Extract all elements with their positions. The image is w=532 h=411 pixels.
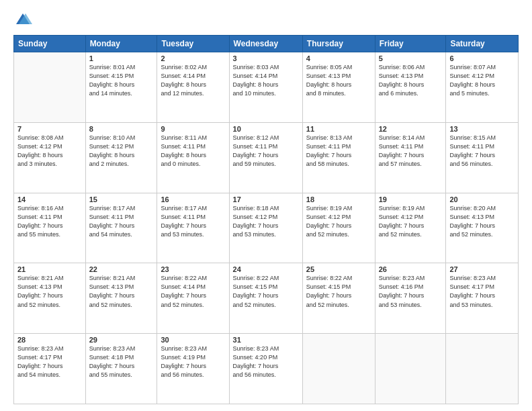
- calendar-cell: 8Sunrise: 8:10 AM Sunset: 4:12 PM Daylig…: [85, 122, 157, 193]
- day-info: Sunrise: 8:08 AM Sunset: 4:12 PM Dayligh…: [17, 134, 82, 169]
- day-info: Sunrise: 8:23 AM Sunset: 4:18 PM Dayligh…: [89, 345, 154, 379]
- calendar-cell: [446, 334, 519, 404]
- day-info: Sunrise: 8:20 AM Sunset: 4:13 PM Dayligh…: [449, 204, 515, 239]
- week-row-2: 7Sunrise: 8:08 AM Sunset: 4:12 PM Daylig…: [14, 122, 519, 193]
- calendar-cell: 29Sunrise: 8:23 AM Sunset: 4:18 PM Dayli…: [85, 334, 157, 404]
- day-number: 6: [449, 54, 515, 62]
- calendar-cell: 19Sunrise: 8:19 AM Sunset: 4:12 PM Dayli…: [375, 193, 446, 263]
- weekday-header-wednesday: Wednesday: [229, 36, 302, 52]
- logo: [13, 11, 35, 30]
- calendar-cell: 17Sunrise: 8:18 AM Sunset: 4:12 PM Dayli…: [229, 193, 302, 263]
- day-info: Sunrise: 8:13 AM Sunset: 4:11 PM Dayligh…: [306, 134, 371, 169]
- day-number: 31: [233, 336, 299, 344]
- calendar-table: SundayMondayTuesdayWednesdayThursdayFrid…: [13, 35, 519, 404]
- weekday-header-row: SundayMondayTuesdayWednesdayThursdayFrid…: [14, 36, 519, 52]
- calendar-cell: 22Sunrise: 8:21 AM Sunset: 4:13 PM Dayli…: [85, 263, 157, 334]
- calendar-cell: 14Sunrise: 8:16 AM Sunset: 4:11 PM Dayli…: [14, 193, 86, 263]
- day-number: 7: [17, 125, 82, 133]
- day-info: Sunrise: 8:12 AM Sunset: 4:11 PM Dayligh…: [233, 134, 299, 169]
- calendar-cell: 18Sunrise: 8:19 AM Sunset: 4:12 PM Dayli…: [302, 193, 375, 263]
- day-info: Sunrise: 8:14 AM Sunset: 4:11 PM Dayligh…: [379, 134, 443, 169]
- day-info: Sunrise: 8:22 AM Sunset: 4:14 PM Dayligh…: [161, 274, 225, 309]
- day-info: Sunrise: 8:23 AM Sunset: 4:20 PM Dayligh…: [233, 345, 299, 379]
- calendar-cell: 24Sunrise: 8:22 AM Sunset: 4:15 PM Dayli…: [229, 263, 302, 334]
- week-row-5: 28Sunrise: 8:23 AM Sunset: 4:17 PM Dayli…: [14, 334, 519, 404]
- day-number: 12: [379, 125, 443, 133]
- weekday-header-saturday: Saturday: [446, 36, 519, 52]
- day-info: Sunrise: 8:23 AM Sunset: 4:17 PM Dayligh…: [17, 345, 82, 379]
- day-number: 25: [306, 265, 371, 273]
- calendar-cell: 13Sunrise: 8:15 AM Sunset: 4:11 PM Dayli…: [446, 122, 519, 193]
- day-number: 5: [379, 54, 443, 62]
- day-info: Sunrise: 8:03 AM Sunset: 4:14 PM Dayligh…: [233, 63, 299, 98]
- calendar-cell: 15Sunrise: 8:17 AM Sunset: 4:11 PM Dayli…: [85, 193, 157, 263]
- day-number: 21: [17, 265, 82, 273]
- calendar-cell: 2Sunrise: 8:02 AM Sunset: 4:14 PM Daylig…: [157, 52, 229, 123]
- calendar-cell: 23Sunrise: 8:22 AM Sunset: 4:14 PM Dayli…: [157, 263, 229, 334]
- calendar-cell: 10Sunrise: 8:12 AM Sunset: 4:11 PM Dayli…: [229, 122, 302, 193]
- day-info: Sunrise: 8:19 AM Sunset: 4:12 PM Dayligh…: [379, 204, 443, 239]
- calendar-cell: 26Sunrise: 8:23 AM Sunset: 4:16 PM Dayli…: [375, 263, 446, 334]
- day-info: Sunrise: 8:10 AM Sunset: 4:12 PM Dayligh…: [89, 134, 154, 169]
- day-number: 13: [449, 125, 515, 133]
- day-number: 23: [161, 265, 225, 273]
- weekday-header-sunday: Sunday: [14, 36, 86, 52]
- day-number: 15: [89, 195, 154, 203]
- day-number: 29: [89, 336, 154, 344]
- day-number: 2: [161, 54, 225, 62]
- day-number: 22: [89, 265, 154, 273]
- week-row-4: 21Sunrise: 8:21 AM Sunset: 4:13 PM Dayli…: [14, 263, 519, 334]
- page: SundayMondayTuesdayWednesdayThursdayFrid…: [0, 0, 532, 411]
- day-number: 30: [161, 336, 225, 344]
- day-number: 24: [233, 265, 299, 273]
- header: [13, 11, 519, 30]
- day-number: 27: [449, 265, 515, 273]
- day-number: 16: [161, 195, 225, 203]
- day-info: Sunrise: 8:02 AM Sunset: 4:14 PM Dayligh…: [161, 63, 225, 98]
- day-info: Sunrise: 8:15 AM Sunset: 4:11 PM Dayligh…: [449, 134, 515, 169]
- calendar-cell: 1Sunrise: 8:01 AM Sunset: 4:15 PM Daylig…: [85, 52, 157, 123]
- day-number: 10: [233, 125, 299, 133]
- day-number: 14: [17, 195, 82, 203]
- logo-icon: [13, 11, 32, 30]
- day-number: 8: [89, 125, 154, 133]
- calendar-cell: 11Sunrise: 8:13 AM Sunset: 4:11 PM Dayli…: [302, 122, 375, 193]
- day-info: Sunrise: 8:01 AM Sunset: 4:15 PM Dayligh…: [89, 63, 154, 98]
- day-number: 19: [379, 195, 443, 203]
- calendar-cell: 5Sunrise: 8:06 AM Sunset: 4:13 PM Daylig…: [375, 52, 446, 123]
- day-info: Sunrise: 8:07 AM Sunset: 4:12 PM Dayligh…: [449, 63, 515, 98]
- calendar-cell: 6Sunrise: 8:07 AM Sunset: 4:12 PM Daylig…: [446, 52, 519, 123]
- day-number: 9: [161, 125, 225, 133]
- day-number: 20: [449, 195, 515, 203]
- day-info: Sunrise: 8:11 AM Sunset: 4:11 PM Dayligh…: [161, 134, 225, 169]
- day-info: Sunrise: 8:17 AM Sunset: 4:11 PM Dayligh…: [89, 204, 154, 239]
- day-info: Sunrise: 8:23 AM Sunset: 4:19 PM Dayligh…: [161, 345, 225, 379]
- calendar-cell: 4Sunrise: 8:05 AM Sunset: 4:13 PM Daylig…: [302, 52, 375, 123]
- day-info: Sunrise: 8:23 AM Sunset: 4:17 PM Dayligh…: [449, 274, 515, 309]
- day-info: Sunrise: 8:23 AM Sunset: 4:16 PM Dayligh…: [379, 274, 443, 309]
- calendar-cell: 28Sunrise: 8:23 AM Sunset: 4:17 PM Dayli…: [14, 334, 86, 404]
- day-info: Sunrise: 8:17 AM Sunset: 4:11 PM Dayligh…: [161, 204, 225, 239]
- day-number: 11: [306, 125, 371, 133]
- week-row-1: 1Sunrise: 8:01 AM Sunset: 4:15 PM Daylig…: [14, 52, 519, 123]
- calendar-cell: 7Sunrise: 8:08 AM Sunset: 4:12 PM Daylig…: [14, 122, 86, 193]
- calendar-cell: [302, 334, 375, 404]
- calendar-cell: 16Sunrise: 8:17 AM Sunset: 4:11 PM Dayli…: [157, 193, 229, 263]
- day-number: 26: [379, 265, 443, 273]
- calendar-cell: 3Sunrise: 8:03 AM Sunset: 4:14 PM Daylig…: [229, 52, 302, 123]
- calendar-cell: [375, 334, 446, 404]
- calendar-cell: 25Sunrise: 8:22 AM Sunset: 4:15 PM Dayli…: [302, 263, 375, 334]
- day-number: 28: [17, 336, 82, 344]
- day-info: Sunrise: 8:19 AM Sunset: 4:12 PM Dayligh…: [306, 204, 371, 239]
- week-row-3: 14Sunrise: 8:16 AM Sunset: 4:11 PM Dayli…: [14, 193, 519, 263]
- day-number: 17: [233, 195, 299, 203]
- day-info: Sunrise: 8:18 AM Sunset: 4:12 PM Dayligh…: [233, 204, 299, 239]
- day-info: Sunrise: 8:16 AM Sunset: 4:11 PM Dayligh…: [17, 204, 82, 239]
- calendar-cell: 20Sunrise: 8:20 AM Sunset: 4:13 PM Dayli…: [446, 193, 519, 263]
- weekday-header-tuesday: Tuesday: [157, 36, 229, 52]
- day-number: 3: [233, 54, 299, 62]
- day-info: Sunrise: 8:21 AM Sunset: 4:13 PM Dayligh…: [17, 274, 82, 309]
- weekday-header-monday: Monday: [85, 36, 157, 52]
- calendar-cell: 27Sunrise: 8:23 AM Sunset: 4:17 PM Dayli…: [446, 263, 519, 334]
- calendar-cell: 30Sunrise: 8:23 AM Sunset: 4:19 PM Dayli…: [157, 334, 229, 404]
